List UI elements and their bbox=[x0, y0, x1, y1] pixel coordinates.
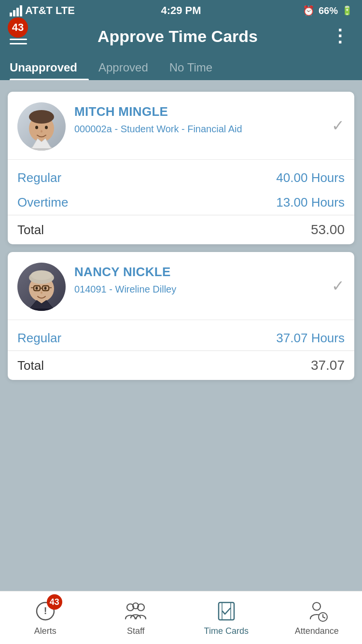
svg-rect-25 bbox=[219, 602, 234, 620]
hours-row-overtime-mitch: Overtime 13.00 Hours bbox=[17, 190, 345, 215]
staff-label: Staff bbox=[127, 626, 145, 636]
network-label: LTE bbox=[56, 4, 75, 17]
svg-point-3 bbox=[29, 110, 54, 124]
total-value-nancy: 37.07 bbox=[311, 358, 345, 373]
page-title: Approve Time Cards bbox=[27, 27, 328, 46]
nav-item-attendance[interactable]: Attendance bbox=[272, 591, 362, 644]
svg-point-11 bbox=[31, 270, 52, 280]
approve-check-nancy[interactable]: ✓ bbox=[332, 277, 345, 295]
tab-bar: Unapproved Approved No Time bbox=[0, 54, 362, 80]
timecards-label: Time Cards bbox=[204, 626, 249, 636]
tab-approved[interactable]: Approved bbox=[98, 54, 160, 80]
svg-point-6 bbox=[41, 130, 42, 133]
battery-icon: 🔋 bbox=[342, 5, 352, 16]
attendance-icon bbox=[305, 599, 329, 623]
notification-badge: 43 bbox=[8, 17, 28, 38]
card-header-nancy: NANCY NICKLE 014091 - Wireline Dilley ✓ bbox=[8, 252, 354, 320]
header-left: 43 bbox=[10, 28, 27, 44]
svg-point-4 bbox=[35, 126, 38, 129]
person-detail-mitch: 000002a - Student Work - Financial Aid bbox=[74, 122, 345, 136]
content-spacer bbox=[8, 388, 354, 579]
timecard-card-mitch[interactable]: MITCH MINGLE 000002a - Student Work - Fi… bbox=[8, 92, 354, 244]
content-area: MITCH MINGLE 000002a - Student Work - Fi… bbox=[0, 80, 362, 591]
hours-row-regular-mitch: Regular 40.00 Hours bbox=[17, 166, 345, 190]
status-time: 4:29 PM bbox=[161, 4, 201, 17]
card-total-nancy: Total 37.07 bbox=[8, 350, 354, 380]
overtime-label: Overtime bbox=[17, 195, 68, 210]
person-info-nancy: NANCY NICKLE 014091 - Wireline Dilley bbox=[74, 263, 345, 296]
regular-value: 40.00 Hours bbox=[276, 170, 345, 185]
staff-icon bbox=[124, 599, 148, 623]
overtime-value: 13.00 Hours bbox=[276, 195, 345, 210]
svg-point-28 bbox=[313, 602, 320, 610]
total-value-mitch: 53.00 bbox=[311, 222, 345, 238]
header: 43 Approve Time Cards ⋮ bbox=[0, 21, 362, 54]
regular-value-nancy: 37.07 Hours bbox=[276, 331, 345, 346]
nav-item-alerts[interactable]: ! 43 Alerts bbox=[0, 591, 91, 644]
nav-item-staff[interactable]: Staff bbox=[91, 591, 181, 644]
signal-icon bbox=[10, 5, 22, 16]
regular-label: Regular bbox=[17, 170, 61, 185]
hours-row-regular-nancy: Regular 37.07 Hours bbox=[17, 326, 345, 350]
svg-point-18 bbox=[44, 287, 47, 290]
avatar-nancy bbox=[17, 263, 66, 311]
status-bar-right: ⏰ 66% 🔋 bbox=[303, 5, 352, 16]
tab-no-time[interactable]: No Time bbox=[169, 54, 224, 80]
alarm-icon: ⏰ bbox=[303, 5, 315, 16]
battery-label: 66% bbox=[319, 5, 338, 16]
regular-label-nancy: Regular bbox=[17, 331, 61, 346]
bottom-nav: ! 43 Alerts Staff bbox=[0, 591, 362, 644]
svg-point-19 bbox=[41, 292, 42, 294]
card-hours-mitch: Regular 40.00 Hours Overtime 13.00 Hours bbox=[8, 159, 354, 215]
alerts-icon: ! 43 bbox=[33, 599, 57, 623]
svg-text:!: ! bbox=[43, 605, 47, 616]
timecard-card-nancy[interactable]: NANCY NICKLE 014091 - Wireline Dilley ✓ … bbox=[8, 252, 354, 380]
card-hours-nancy: Regular 37.07 Hours bbox=[8, 320, 354, 350]
person-name-nancy: NANCY NICKLE bbox=[74, 265, 345, 280]
person-name-mitch: MITCH MINGLE bbox=[74, 104, 345, 119]
timecards-icon bbox=[214, 599, 238, 623]
carrier-label: AT&T bbox=[25, 4, 53, 17]
status-bar-left: AT&T LTE bbox=[10, 4, 75, 17]
person-info-mitch: MITCH MINGLE 000002a - Student Work - Fi… bbox=[74, 102, 345, 136]
svg-point-17 bbox=[36, 287, 38, 290]
hamburger-icon bbox=[10, 39, 27, 44]
more-options-button[interactable]: ⋮ bbox=[328, 26, 352, 46]
status-bar: AT&T LTE 4:29 PM ⏰ 66% 🔋 bbox=[0, 0, 362, 21]
alerts-label: Alerts bbox=[34, 626, 56, 636]
tab-unapproved[interactable]: Unapproved bbox=[10, 54, 89, 80]
card-header-mitch: MITCH MINGLE 000002a - Student Work - Fi… bbox=[8, 92, 354, 159]
person-detail-nancy: 014091 - Wireline Dilley bbox=[74, 282, 345, 296]
card-total-mitch: Total 53.00 bbox=[8, 215, 354, 244]
attendance-label: Attendance bbox=[295, 626, 339, 636]
alerts-badge: 43 bbox=[47, 594, 62, 610]
total-label-mitch: Total bbox=[17, 223, 44, 238]
approve-check-mitch[interactable]: ✓ bbox=[332, 116, 345, 135]
avatar-mitch bbox=[17, 102, 66, 151]
total-label-nancy: Total bbox=[17, 358, 44, 373]
svg-point-5 bbox=[45, 126, 48, 129]
nav-item-timecards[interactable]: Time Cards bbox=[181, 591, 272, 644]
menu-badge[interactable]: 43 bbox=[10, 28, 27, 44]
